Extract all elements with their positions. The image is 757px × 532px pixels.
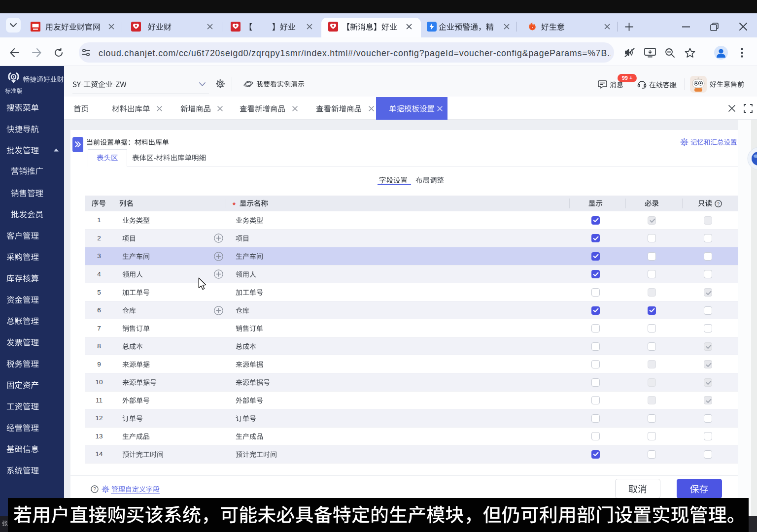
- svg-text:?: ?: [717, 201, 720, 206]
- svg-text:?: ?: [93, 487, 96, 492]
